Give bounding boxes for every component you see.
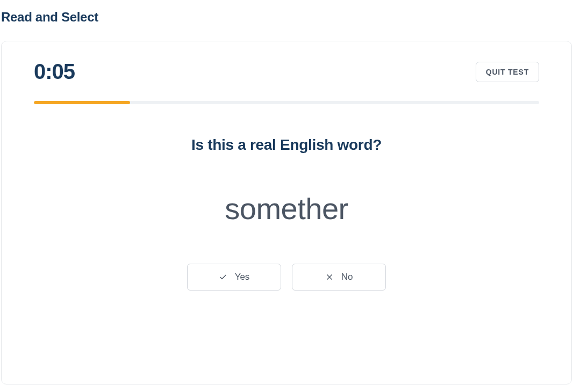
no-button[interactable]: No [292, 264, 386, 291]
x-icon [325, 273, 334, 281]
question-prompt: Is this a real English word? [2, 136, 571, 154]
answer-buttons: Yes No [2, 264, 571, 291]
quit-test-button[interactable]: QUIT TEST [476, 62, 539, 82]
progress-bar [34, 101, 539, 104]
page-title: Read and Select [0, 0, 573, 25]
question-word: somether [2, 191, 571, 226]
no-label: No [341, 272, 353, 282]
progress-fill [34, 101, 130, 104]
check-icon [219, 273, 227, 281]
yes-button[interactable]: Yes [187, 264, 281, 291]
timer: 0:05 [34, 60, 75, 84]
question-area: Is this a real English word? somether Ye… [2, 136, 571, 291]
card-header: 0:05 QUIT TEST [2, 41, 571, 91]
yes-label: Yes [235, 272, 250, 282]
test-card: 0:05 QUIT TEST Is this a real English wo… [1, 41, 572, 384]
